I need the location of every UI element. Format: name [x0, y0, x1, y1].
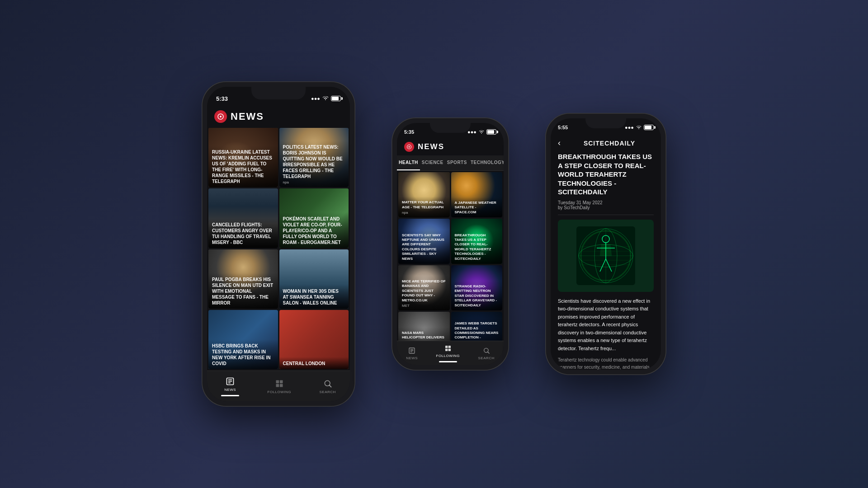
bottom-nav-1[interactable]: NEWS FOLLOWING SEARCH: [207, 371, 350, 401]
nav-news-icon-1: [225, 376, 235, 386]
card-text-card7: HSBC BRINGS BACK TESTING AND MASKS IN NE…: [212, 343, 274, 366]
bottom-nav-2[interactable]: NEWS FOLLOWING SEARCH: [397, 341, 504, 365]
app-logo-2: [404, 142, 414, 152]
card-text-p2-card2: A JAPANESE WEATHER SATELLITE - SPACE.COM: [455, 201, 499, 215]
signal-icon-3: ●●●: [625, 125, 634, 130]
article-view: ‹ SCITECHDAILY BREAKTHROUGH TAKES US A S…: [551, 134, 661, 370]
cat-health[interactable]: HEALTH: [397, 155, 420, 170]
battery-icon-2: [486, 129, 496, 135]
nav-following-icon-2: [444, 344, 452, 352]
nav-search-1[interactable]: SEARCH: [319, 379, 335, 394]
news-list-2: MATTER YOUR ACTUAL AGE - THE TELEGRAPH n…: [397, 171, 504, 341]
nav-search-icon-1: [323, 379, 333, 389]
card-text-card2: POLITICS LATEST NEWS: BORIS JOHNSON IS Q…: [283, 144, 345, 179]
card-source-card2: npa: [283, 180, 345, 184]
nav-news-label-1: NEWS: [224, 388, 236, 392]
news-grid-container-1: RUSSIA-UKRAINE LATEST NEWS: KREMLIN ACCU…: [207, 127, 350, 371]
nav-following-label-1: FOLLOWING: [268, 390, 292, 394]
news-card-card8[interactable]: CENTRAL LONDON: [279, 310, 349, 369]
signal-icon-1: ●●●: [311, 96, 320, 101]
card-text-card4: POKÉMON SCARLET AND VIOLET ARE CO-OP, FO…: [283, 216, 345, 245]
article-divider: [558, 215, 654, 215]
svg-line-23: [488, 352, 489, 353]
card-text-card1: RUSSIA-UKRAINE LATEST NEWS: KREMLIN ACCU…: [212, 149, 274, 184]
nav-following-1[interactable]: FOLLOWING: [268, 379, 292, 394]
card-text-p2-card8: JAMES WEBB TARGETS DETAILED AS COMMISSIO…: [455, 321, 499, 341]
news-card-p2-card1[interactable]: MATTER YOUR ACTUAL AGE - THE TELEGRAPH n…: [398, 172, 450, 217]
news-card-card4[interactable]: POKÉMON SCARLET AND VIOLET ARE CO-OP, FO…: [279, 188, 349, 248]
nav-news-2[interactable]: NEWS: [406, 347, 418, 360]
card-overlay-p2-card7: NASA MARS HELICOPTER DELIVERS EPIC VIEW …: [398, 327, 450, 341]
nav-search-2[interactable]: SEARCH: [478, 347, 494, 360]
card-overlay-card2: POLITICS LATEST NEWS: BORIS JOHNSON IS Q…: [279, 141, 349, 187]
nav-following-2[interactable]: FOLLOWING: [436, 344, 460, 362]
news-card-card3[interactable]: CANCELLED FLIGHTS: CUSTOMERS ANGRY OVER …: [208, 188, 278, 248]
svg-rect-7: [280, 380, 283, 383]
news-card-p2-card6[interactable]: STRANGE RADIO-EMITTING NEUTRON STAR DISC…: [451, 265, 503, 310]
article-date: Tuesday 31 May 2022: [558, 200, 603, 205]
battery-icon-3: [644, 125, 654, 130]
card-overlay-p2-card6: STRANGE RADIO-EMITTING NEUTRON STAR DISC…: [451, 281, 503, 310]
status-right-1: ●●●: [311, 96, 341, 101]
news-card-card7[interactable]: HSBC BRINGS BACK TESTING AND MASKS IN NE…: [208, 310, 278, 369]
wifi-icon-1: [322, 96, 329, 101]
article-title: BREAKTHROUGH TAKES US A STEP CLOSER TO R…: [551, 152, 661, 200]
nav-news-label-2: NEWS: [406, 356, 418, 360]
cat-science[interactable]: SCIENCE: [420, 155, 445, 170]
news-card-card1[interactable]: RUSSIA-UKRAINE LATEST NEWS: KREMLIN ACCU…: [208, 128, 278, 187]
app-logo-1: [214, 110, 227, 123]
card-text-p2-card5: MICE ARE TERRIFIED OF BANANAS AND SCIENT…: [402, 279, 446, 303]
cat-sports[interactable]: SPORTS: [445, 155, 469, 170]
card-source-p2-card5: MET: [402, 304, 446, 308]
news-card-p2-card4[interactable]: BREAKTHROUGH TAKES US A STEP CLOSER TO R…: [451, 219, 503, 264]
status-right-3: ●●●: [625, 125, 654, 130]
card-overlay-card6: WOMAN IN HER 30S DIES AT SWANSEA TANNING…: [279, 285, 349, 309]
card-text-card5: PAUL POGBA BREAKS HIS SILENCE ON MAN UTD…: [212, 277, 274, 306]
card-text-p2-card7: NASA MARS HELICOPTER DELIVERS EPIC VIEW …: [402, 331, 446, 341]
category-tabs-2[interactable]: HEALTH SCIENCE SPORTS TECHNOLOGY: [397, 155, 504, 171]
news-card-card5[interactable]: PAUL POGBA BREAKS HIS SILENCE ON MAN UTD…: [208, 249, 278, 309]
news-card-card2[interactable]: POLITICS LATEST NEWS: BORIS JOHNSON IS Q…: [279, 128, 349, 187]
card-text-p2-card1: MATTER YOUR ACTUAL AGE - THE TELEGRAPH: [402, 200, 446, 210]
news-card-p2-card8[interactable]: JAMES WEBB TARGETS DETAILED AS COMMISSIO…: [451, 312, 503, 341]
news-card-p2-card2[interactable]: A JAPANESE WEATHER SATELLITE - SPACE.COM: [451, 172, 503, 217]
time-1: 5:33: [216, 95, 228, 102]
signal-icon-2: ●●●: [467, 129, 476, 135]
time-3: 5:55: [558, 125, 568, 130]
card-overlay-p2-card5: MICE ARE TERRIFIED OF BANANAS AND SCIENT…: [398, 276, 450, 310]
notch-1: [251, 87, 306, 99]
app-title-1: NEWS: [231, 111, 264, 122]
svg-rect-8: [276, 384, 279, 387]
nav-news-1[interactable]: NEWS: [221, 376, 239, 396]
news-grid-1: RUSSIA-UKRAINE LATEST NEWS: KREMLIN ACCU…: [207, 127, 350, 371]
article-body: Scientists have discovered a new effect …: [551, 292, 661, 370]
news-card-card6[interactable]: WOMAN IN HER 30S DIES AT SWANSEA TANNING…: [279, 249, 349, 309]
app-header-2: NEWS: [397, 138, 504, 155]
status-right-2: ●●●: [467, 129, 496, 135]
nav-search-icon-2: [482, 347, 491, 355]
news-card-p2-card3[interactable]: SCIENTISTS SAY WHY NEPTUNE AND URANUS AR…: [398, 219, 450, 264]
back-button[interactable]: ‹: [558, 138, 561, 148]
cat-technology[interactable]: TECHNOLOGY: [469, 155, 504, 170]
nav-search-label-1: SEARCH: [319, 390, 335, 394]
phone-3: 5:55 ●●● ‹ SCITECHDAILY BREAKTHROUGH TAK…: [545, 113, 666, 375]
svg-point-1: [220, 116, 222, 117]
card-overlay-card1: RUSSIA-UKRAINE LATEST NEWS: KREMLIN ACCU…: [208, 145, 278, 187]
card-overlay-p2-card2: A JAPANESE WEATHER SATELLITE - SPACE.COM: [451, 197, 503, 217]
news-card-p2-card7[interactable]: NASA MARS HELICOPTER DELIVERS EPIC VIEW …: [398, 312, 450, 341]
svg-rect-21: [448, 348, 450, 351]
svg-line-11: [329, 385, 331, 387]
article-author: by SciTechDaily: [558, 205, 590, 210]
news-card-p2-card5[interactable]: MICE ARE TERRIFIED OF BANANAS AND SCIENT…: [398, 265, 450, 310]
time-2: 5:35: [404, 129, 414, 135]
app-title-2: NEWS: [418, 142, 444, 151]
nav-indicator-2: [439, 361, 457, 362]
nav-search-label-2: SEARCH: [478, 356, 494, 360]
card-overlay-card3: CANCELLED FLIGHTS: CUSTOMERS ANGRY OVER …: [208, 218, 278, 248]
card-overlay-card4: POKÉMON SCARLET AND VIOLET ARE CO-OP, FO…: [279, 212, 349, 248]
phone-1: 5:33 ●●● NEWS RUSSIA-UKRAINE LATEST NEWS…: [202, 81, 355, 407]
nav-indicator-1: [221, 395, 239, 396]
svg-rect-19: [448, 346, 450, 348]
card-overlay-card5: PAUL POGBA BREAKS HIS SILENCE ON MAN UTD…: [208, 273, 278, 309]
card-text-p2-card6: STRANGE RADIO-EMITTING NEUTRON STAR DISC…: [455, 284, 499, 308]
